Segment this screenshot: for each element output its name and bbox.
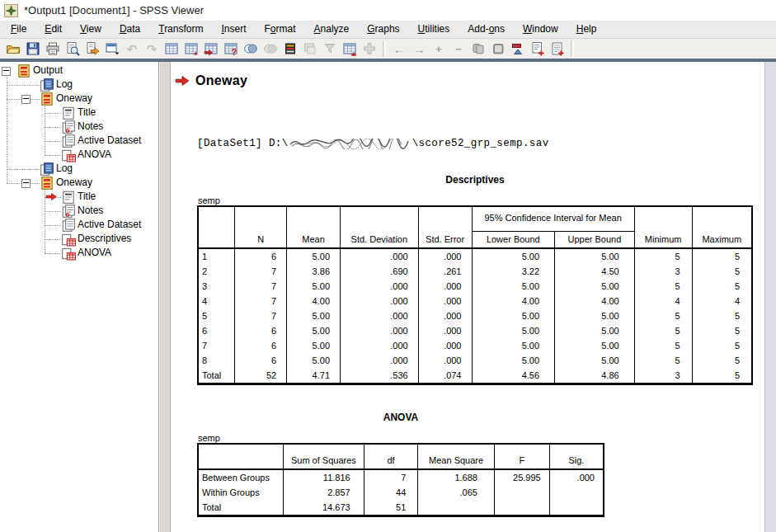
descriptives-table[interactable]: NMeanStd. DeviationStd. Error 95% Confid… [197, 205, 753, 385]
insert-new-text-button[interactable] [548, 40, 567, 58]
outline-item-label: Notes [78, 120, 103, 134]
run-script-button[interactable] [280, 40, 300, 58]
outline-item-anova[interactable]: ANOVA [0, 148, 158, 162]
value-cell: .000 [418, 338, 472, 353]
outline-item-log[interactable]: Log [0, 162, 158, 176]
output-pane[interactable]: Oneway [DataSet1] D:\ \score52_grp_semp.… [171, 62, 776, 532]
menu-insert[interactable]: Insert [212, 21, 255, 38]
value-cell: 14.673 [284, 500, 364, 516]
value-cell: 5 [634, 353, 692, 368]
menu-help[interactable]: Help [567, 21, 606, 38]
value-cell: 5.00 [555, 248, 635, 264]
outline-item-output[interactable]: Output [0, 64, 158, 78]
use-variable-sets-button[interactable] [241, 40, 261, 58]
undo-icon: ↶ [127, 43, 138, 55]
hide-output-button[interactable] [488, 40, 508, 58]
collapse-box[interactable] [21, 95, 31, 104]
menu-graphs[interactable]: Graphs [358, 21, 408, 38]
pane-splitter[interactable] [159, 62, 171, 532]
open-file-button[interactable] [3, 40, 23, 58]
procedure-book-icon [16, 64, 30, 77]
outline-item-active-dataset[interactable]: Active Dataset [0, 134, 158, 148]
outline-item-descriptives[interactable]: Descriptives [0, 232, 158, 246]
outline-pane[interactable]: OutputLogOnewayTitleNotesActive DatasetA… [0, 62, 159, 532]
anova-col-header: F [494, 444, 549, 469]
notes-item-icon [61, 120, 74, 133]
desc-col-header [198, 206, 235, 248]
value-cell: 52 [235, 368, 287, 384]
outline-item-anova[interactable]: ANOVA [0, 246, 158, 260]
row-label-cell: Within Groups [198, 485, 284, 500]
outline-item-notes[interactable]: Notes [0, 120, 158, 134]
print-button[interactable] [43, 40, 63, 58]
menu-utilities[interactable]: Utilities [409, 21, 459, 38]
insert-table-button[interactable] [340, 40, 360, 58]
anova-col-header: df [364, 444, 418, 469]
menu-view[interactable]: View [71, 21, 111, 38]
outline-item-notes[interactable]: Notes [0, 204, 158, 218]
value-cell: 5.00 [555, 338, 635, 353]
collapse-outline-icon: − [455, 44, 462, 54]
insert-new-title-button[interactable] [528, 40, 548, 58]
desc-ci-group-header: 95% Confidence Interval for Mean [472, 206, 634, 231]
value-cell: 4.50 [555, 264, 635, 279]
outline-item-title[interactable]: Title [0, 190, 158, 204]
menu-analyze[interactable]: Analyze [305, 21, 359, 38]
desc-col-header: Std. Error [418, 206, 472, 248]
desc-col-header: Lower Bound [472, 231, 555, 248]
content-scrollbar[interactable] [764, 62, 776, 532]
dataset-line-prefix: [DataSet1] D:\ [197, 138, 289, 149]
collapse-box[interactable] [2, 67, 11, 76]
demote-outline-button[interactable]: → [409, 40, 429, 58]
expand-outline-button[interactable]: + [429, 40, 449, 58]
menu-format[interactable]: Format [256, 21, 305, 38]
menu-file[interactable]: File [2, 21, 35, 38]
value-cell: .000 [418, 353, 472, 368]
menu-addons[interactable]: Add-ons [459, 21, 514, 38]
descriptives-row: 865.00.000.0005.005.0055 [198, 353, 752, 368]
collapse-box[interactable] [21, 179, 31, 188]
log-item-icon [40, 78, 53, 91]
variable-info-button[interactable]: ? [221, 40, 241, 58]
title-item-icon [61, 106, 74, 119]
value-cell [549, 500, 604, 516]
outline-item-label: Active Dataset [78, 134, 141, 148]
menu-edit[interactable]: Edit [35, 21, 71, 38]
anova-table[interactable]: Sum of SquaresdfMean SquareFSig.Between … [197, 443, 604, 517]
insert-new-title-icon [530, 41, 545, 56]
row-label-cell: 3 [198, 279, 235, 294]
undo-button: ↶ [122, 40, 142, 58]
insert-heading-button[interactable] [508, 40, 528, 58]
descriptives-row: 273.86.690.2613.224.5035 [198, 264, 752, 279]
value-cell: .074 [418, 368, 472, 384]
value-cell: 5.00 [287, 279, 341, 294]
dialog-recall-button[interactable] [102, 40, 122, 58]
outline-item-oneway[interactable]: Oneway [0, 176, 158, 190]
value-cell: .000 [418, 323, 472, 338]
outline-item-active-dataset[interactable]: Active Dataset [0, 218, 158, 232]
hide-output-icon [491, 41, 506, 56]
row-label-cell: 7 [198, 338, 235, 353]
outline-item-oneway[interactable]: Oneway [0, 92, 158, 106]
redacted-path-scribble [289, 139, 412, 149]
menu-window[interactable]: Window [514, 21, 567, 38]
value-cell: 11.816 [284, 469, 364, 485]
value-cell: 4.00 [287, 294, 341, 308]
save-file-button[interactable] [23, 40, 43, 58]
variables-button[interactable] [201, 40, 221, 58]
export-output-button[interactable] [82, 40, 102, 58]
outline-item-log[interactable]: Log [0, 78, 158, 92]
split-file-button [261, 40, 280, 58]
goto-case-button[interactable] [181, 40, 201, 58]
print-preview-button[interactable] [63, 40, 82, 58]
show-output-button[interactable] [468, 40, 488, 58]
menu-transform[interactable]: Transform [149, 21, 212, 38]
outline-item-title[interactable]: Title [0, 106, 158, 120]
promote-outline-button[interactable]: ← [389, 40, 409, 58]
spss-app-icon [4, 4, 18, 17]
menu-data[interactable]: Data [111, 21, 149, 38]
collapse-outline-button[interactable]: − [449, 40, 468, 58]
dataset-item-icon [61, 218, 74, 231]
goto-data-button[interactable] [162, 40, 181, 58]
value-cell: 5 [692, 264, 752, 279]
